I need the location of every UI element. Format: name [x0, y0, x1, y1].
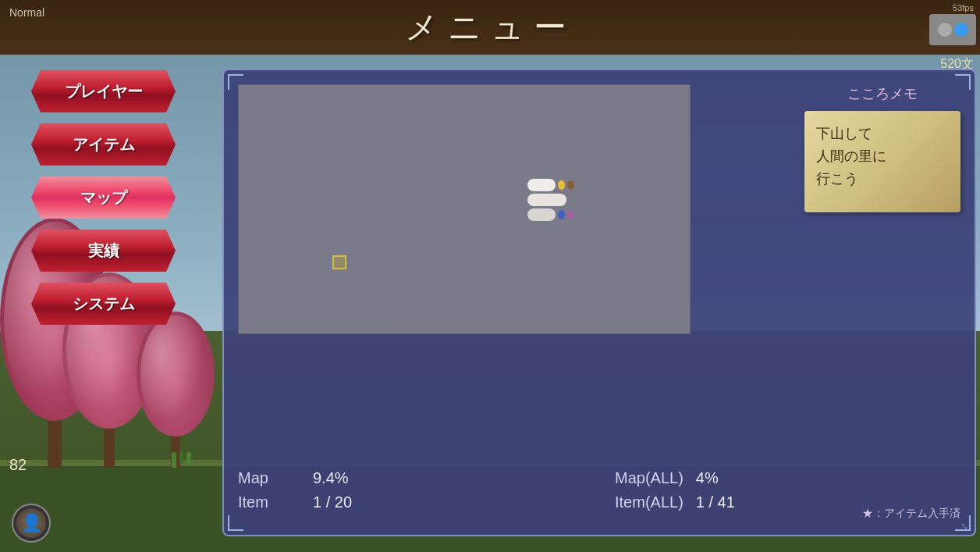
system-button[interactable]: システム	[31, 283, 176, 325]
stats-section: Map 9.4% Map(ALL) 4% Item 1 / 20 Item(AL…	[238, 469, 960, 511]
character-sprite	[527, 179, 574, 223]
ground-plants	[172, 452, 191, 468]
dot-brown	[567, 180, 574, 190]
item-button[interactable]: アイテム	[31, 123, 176, 166]
dot-blue	[558, 210, 565, 219]
menu-title: メニュー	[405, 5, 576, 49]
map-all-stat-row: Map(ALL) 4%	[615, 469, 960, 487]
item-all-stat-label: Item(ALL)	[615, 493, 684, 511]
fps-label: 53fps	[953, 3, 974, 12]
item-all-stat-row: Item(ALL) 1 / 41	[615, 493, 960, 511]
corner-decoration-bl	[228, 515, 243, 531]
map-button[interactable]: マップ	[31, 176, 176, 219]
map-stat-label: Map	[238, 469, 300, 487]
player-avatar	[12, 504, 51, 543]
dot-yellow	[558, 180, 565, 190]
kokoro-memo-title: こころメモ	[804, 84, 960, 103]
avatar-image	[16, 508, 46, 538]
tree-3	[137, 312, 215, 468]
kokoro-note-text: 下山して人間の里に行こう	[816, 123, 949, 190]
map-stat-value: 9.4%	[313, 469, 349, 487]
kokoro-note: 下山して人間の里に行こう	[804, 111, 960, 212]
map-all-stat-label: Map(ALL)	[615, 469, 684, 487]
map-display	[238, 84, 691, 334]
item-stat-row: Item 1 / 20	[238, 493, 584, 511]
left-number: 82	[9, 456, 27, 474]
resize-handle[interactable]: ⤡	[960, 521, 971, 532]
item-stat-value: 1 / 20	[313, 493, 352, 511]
dot-purple	[567, 210, 574, 219]
item-stat-label: Item	[238, 493, 300, 511]
fps-icon	[929, 14, 976, 45]
fps-circle-1	[938, 23, 952, 37]
main-panel: こころメモ 下山して人間の里に行こう ★：アイテム入手済 Map 9.4% Ma…	[222, 69, 976, 536]
top-bar: Normal メニュー 53fps	[0, 0, 980, 55]
left-nav: プレイヤー アイテム マップ 実績 システム	[31, 70, 176, 325]
map-position-marker	[332, 255, 346, 269]
stats-grid: Map 9.4% Map(ALL) 4% Item 1 / 20 Item(AL…	[238, 469, 960, 511]
kokoro-memo-panel: こころメモ 下山して人間の里に行こう	[804, 84, 960, 212]
map-stat-row: Map 9.4%	[238, 469, 584, 487]
map-all-stat-value: 4%	[696, 469, 719, 487]
fps-circle-2	[954, 23, 968, 37]
achievement-button[interactable]: 実績	[31, 230, 176, 272]
difficulty-label: Normal	[9, 6, 44, 19]
player-button[interactable]: プレイヤー	[31, 70, 176, 112]
item-all-stat-value: 1 / 41	[696, 493, 735, 511]
